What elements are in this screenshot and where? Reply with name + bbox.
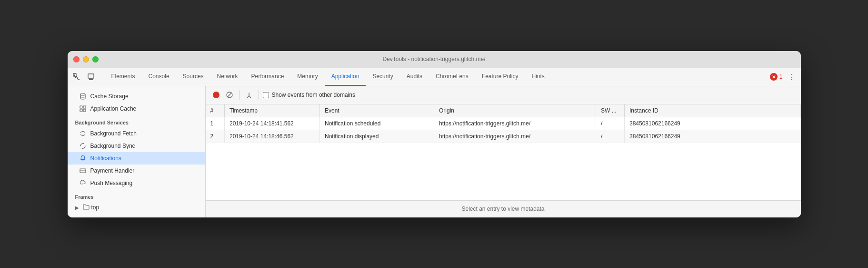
- bell-icon: [79, 155, 87, 162]
- more-menu-button[interactable]: ⋮: [786, 71, 798, 83]
- svg-rect-5: [80, 106, 82, 108]
- grid-icon: [79, 105, 87, 113]
- svg-rect-8: [83, 109, 86, 112]
- sidebar-item-application-cache[interactable]: Application Cache: [68, 103, 205, 115]
- table-row[interactable]: 2 2019-10-24 14:18:46.562 Notification d…: [206, 130, 801, 143]
- sidebar: Cache Storage Application Cache Backgrou…: [68, 86, 206, 217]
- cell-num: 1: [206, 117, 225, 130]
- tab-audits[interactable]: Audits: [400, 68, 429, 86]
- error-count: 1: [779, 73, 783, 80]
- window-title: DevTools - notification-triggers.glitch.…: [382, 56, 485, 62]
- cell-timestamp: 2019-10-24 14:18:46.562: [225, 130, 320, 143]
- svg-rect-6: [83, 106, 86, 108]
- show-events-text: Show events from other domains: [272, 92, 355, 98]
- table-header-row: # Timestamp Event Origin SW ... Instance…: [206, 104, 801, 117]
- cell-event: Notification scheduled: [320, 117, 434, 130]
- cell-num: 2: [206, 130, 225, 143]
- table: # Timestamp Event Origin SW ... Instance…: [206, 104, 801, 143]
- frames-top-label: top: [91, 204, 100, 211]
- close-button[interactable]: [73, 56, 80, 62]
- sidebar-item-background-fetch[interactable]: Background Fetch: [68, 127, 205, 140]
- minimize-button[interactable]: [83, 56, 89, 62]
- col-header-origin: Origin: [434, 104, 596, 117]
- svg-rect-7: [80, 109, 82, 112]
- sidebar-item-payment-handler[interactable]: Payment Handler: [68, 165, 205, 177]
- save-button[interactable]: [243, 89, 255, 101]
- tab-icon-group: [70, 71, 101, 83]
- traffic-lights: [73, 56, 99, 62]
- tab-security[interactable]: Security: [366, 68, 399, 86]
- tab-sources[interactable]: Sources: [176, 68, 210, 86]
- cell-timestamp: 2019-10-24 14:18:41.562: [225, 117, 320, 130]
- clear-button[interactable]: [224, 89, 235, 101]
- sidebar-item-top[interactable]: ▶ top: [68, 202, 205, 214]
- col-header-sw: SW ...: [596, 104, 625, 117]
- cell-origin: https://notification-triggers.glitch.me/: [434, 130, 596, 143]
- cell-sw: /: [596, 130, 625, 143]
- tab-application[interactable]: Application: [325, 68, 366, 86]
- tab-bar-right: ✕ 1 ⋮: [770, 71, 798, 83]
- status-bar: Select an entry to view metadata: [206, 200, 801, 217]
- sidebar-item-notifications[interactable]: Notifications: [68, 152, 205, 165]
- devtools-window: DevTools - notification-triggers.glitch.…: [68, 51, 801, 217]
- application-cache-label: Application Cache: [90, 105, 137, 112]
- tab-network[interactable]: Network: [210, 68, 245, 86]
- sidebar-item-cache-storage[interactable]: Cache Storage: [68, 90, 205, 103]
- show-events-checkbox[interactable]: [263, 92, 269, 98]
- background-fetch-label: Background Fetch: [90, 130, 137, 137]
- table-row[interactable]: 1 2019-10-24 14:18:41.562 Notification s…: [206, 117, 801, 130]
- sidebar-item-push-messaging[interactable]: Push Messaging: [68, 177, 205, 189]
- tab-memory[interactable]: Memory: [290, 68, 324, 86]
- tab-hints[interactable]: Hints: [525, 68, 551, 86]
- col-header-num: #: [206, 104, 225, 117]
- device-icon-button[interactable]: [85, 71, 97, 83]
- devtools-tab-bar: Elements Console Sources Network Perform…: [68, 68, 801, 86]
- col-header-timestamp: Timestamp: [225, 104, 320, 117]
- card-icon: [79, 167, 87, 175]
- error-badge[interactable]: ✕ 1: [770, 73, 783, 81]
- notifications-label: Notifications: [90, 155, 121, 162]
- background-sync-label: Background Sync: [90, 143, 135, 149]
- main-panel: Show events from other domains # Timesta…: [206, 86, 801, 217]
- cell-origin: https://notification-triggers.glitch.me/: [434, 117, 596, 130]
- push-messaging-label: Push Messaging: [90, 180, 133, 186]
- record-icon: [213, 92, 219, 98]
- main-toolbar: Show events from other domains: [206, 86, 801, 104]
- maximize-button[interactable]: [92, 56, 99, 62]
- tabs-list: Elements Console Sources Network Perform…: [105, 68, 770, 86]
- tab-performance[interactable]: Performance: [245, 68, 291, 86]
- folder-icon: [83, 204, 90, 211]
- svg-point-4: [80, 93, 85, 95]
- col-header-event: Event: [320, 104, 434, 117]
- record-button[interactable]: [210, 89, 222, 101]
- svg-line-12: [228, 93, 231, 97]
- toolbar-divider: [239, 90, 239, 100]
- cell-sw: /: [596, 117, 625, 130]
- svg-rect-9: [80, 169, 86, 173]
- col-header-instance: Instance ID: [625, 104, 801, 117]
- cache-storage-label: Cache Storage: [90, 93, 129, 100]
- error-icon: ✕: [770, 73, 778, 81]
- tab-chromelens[interactable]: ChromeLens: [429, 68, 475, 86]
- tab-elements[interactable]: Elements: [105, 68, 142, 86]
- content-area: Cache Storage Application Cache Backgrou…: [68, 86, 801, 217]
- arrows-icon: [79, 130, 87, 137]
- frames-section-label: Frames: [68, 189, 205, 202]
- tab-featurepolicy[interactable]: Feature Policy: [475, 68, 525, 86]
- cloud-icon: [79, 179, 87, 187]
- status-text: Select an entry to view metadata: [461, 206, 544, 212]
- toolbar-divider-2: [259, 90, 259, 100]
- notifications-table: # Timestamp Event Origin SW ... Instance…: [206, 104, 801, 200]
- inspect-icon-button[interactable]: [70, 71, 83, 83]
- storage-icon: [79, 93, 87, 100]
- sync-icon: [79, 142, 87, 150]
- title-bar: DevTools - notification-triggers.glitch.…: [68, 51, 801, 68]
- tree-expand-arrow: ▶: [75, 205, 81, 210]
- cell-event: Notification displayed: [320, 130, 434, 143]
- sidebar-item-background-sync[interactable]: Background Sync: [68, 140, 205, 152]
- show-events-label[interactable]: Show events from other domains: [263, 92, 355, 98]
- svg-rect-1: [88, 74, 94, 78]
- payment-handler-label: Payment Handler: [90, 167, 135, 174]
- cell-instance: 3845081062166249: [625, 130, 801, 143]
- tab-console[interactable]: Console: [142, 68, 176, 86]
